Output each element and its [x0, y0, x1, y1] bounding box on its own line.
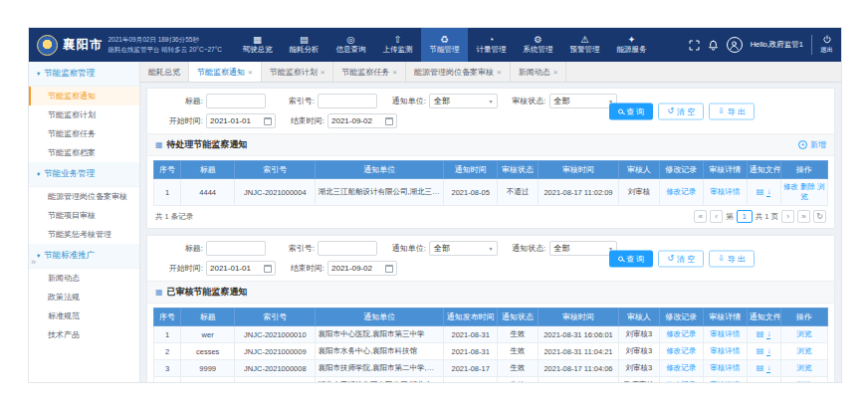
- tab[interactable]: 节能监察任务 ×: [333, 62, 406, 82]
- column-header[interactable]: 操作: [780, 308, 827, 326]
- tab[interactable]: 能源管理岗位备案审核 ×: [406, 62, 511, 82]
- close-icon[interactable]: ×: [497, 68, 502, 77]
- review-detail-link[interactable]: 审核详情: [710, 363, 740, 372]
- column-header[interactable]: 审核详情: [703, 308, 747, 326]
- sidebar-section-inspection[interactable]: ▾ 节能监察管理: [29, 62, 139, 87]
- column-header[interactable]: 审核状态: [498, 161, 539, 179]
- column-header[interactable]: 通知单位: [316, 308, 444, 326]
- export-button[interactable]: ⇩ 导 出: [709, 102, 755, 119]
- column-header[interactable]: 通知文件: [747, 308, 780, 326]
- column-header[interactable]: 索引号: [235, 161, 316, 179]
- unit-select[interactable]: 全部 ▾: [429, 94, 498, 108]
- current-page[interactable]: 1: [737, 210, 753, 223]
- clear-button[interactable]: ↺ 清 空: [658, 102, 704, 119]
- clear-button[interactable]: ↺ 清 空: [658, 250, 704, 267]
- close-icon[interactable]: ×: [553, 68, 558, 77]
- notice-file-icon[interactable]: ▤: [757, 188, 764, 196]
- tab[interactable]: 节能监察通知 ×: [189, 62, 262, 82]
- column-header[interactable]: 审核详情: [703, 161, 747, 179]
- download-icon[interactable]: ↓: [766, 347, 770, 356]
- tab[interactable]: 能耗总览 ×: [140, 62, 189, 82]
- download-icon[interactable]: ↓: [766, 330, 770, 339]
- notice-file-icon[interactable]: ▤: [757, 364, 764, 372]
- last-page-button[interactable]: »: [797, 210, 810, 223]
- first-page-button[interactable]: «: [694, 210, 707, 223]
- sidebar-item[interactable]: 技术产品: [29, 325, 139, 344]
- column-header[interactable]: 修改记录: [659, 161, 703, 179]
- column-header[interactable]: 标题: [181, 308, 235, 326]
- next-page-button[interactable]: ›: [781, 210, 794, 223]
- review-detail-link[interactable]: 审核详情: [710, 346, 740, 355]
- review-detail-link[interactable]: 审核详情: [710, 380, 740, 382]
- column-header[interactable]: 审核时间: [538, 308, 618, 326]
- download-icon[interactable]: ↓: [766, 364, 770, 373]
- avatar[interactable]: [727, 37, 743, 53]
- close-icon[interactable]: ×: [392, 68, 397, 77]
- column-header[interactable]: 操作: [780, 161, 827, 179]
- sidebar-item[interactable]: 新闻动态: [29, 269, 139, 288]
- delete-link[interactable]: 删除: [800, 182, 815, 191]
- column-header[interactable]: 通知状态: [498, 308, 539, 326]
- column-header[interactable]: 序号: [154, 308, 181, 326]
- end-date-input[interactable]: 2021-09-02: [327, 113, 397, 128]
- nav-item[interactable]: ▤ 能耗分析: [281, 28, 327, 62]
- column-header[interactable]: 标题: [181, 161, 235, 179]
- column-header[interactable]: 通知发布时间: [444, 308, 498, 326]
- nav-item[interactable]: ◔ 计量管理: [468, 28, 515, 62]
- review-detail-link[interactable]: 审核详情: [710, 329, 740, 338]
- sidebar-collapse-handle[interactable]: »: [31, 257, 36, 267]
- column-header[interactable]: 通知单位: [316, 161, 444, 179]
- modify-record-link[interactable]: 修改记录: [666, 363, 696, 372]
- notice-file-icon[interactable]: ▤: [757, 347, 764, 355]
- title-input[interactable]: [206, 94, 266, 108]
- nav-item[interactable]: ⚠ 预警管理: [561, 28, 608, 62]
- sidebar-section-standards[interactable]: ▾ 节能标准推广: [29, 244, 139, 269]
- notice-status-select[interactable]: 全部 ▾: [549, 241, 618, 256]
- notice-file-icon[interactable]: ▤: [757, 330, 764, 338]
- download-icon[interactable]: ↓: [766, 381, 770, 383]
- nav-item[interactable]: ◎ 信息查询: [327, 28, 374, 62]
- column-header[interactable]: 审核时间: [538, 161, 618, 179]
- column-header[interactable]: 通知文件: [747, 161, 780, 179]
- end-date-input[interactable]: 2021-09-02: [327, 261, 397, 276]
- sidebar-item[interactable]: 节能监察任务: [29, 124, 139, 143]
- column-header[interactable]: 审核人: [619, 308, 660, 326]
- sidebar-item[interactable]: 节能监察档案: [29, 143, 139, 162]
- tab[interactable]: 新闻动态 ×: [511, 62, 567, 82]
- status-select[interactable]: 全部 ▾: [549, 94, 618, 108]
- modify-record-link[interactable]: 修改记录: [666, 380, 696, 382]
- tab[interactable]: 节能监察计划 ×: [262, 62, 334, 82]
- column-header[interactable]: 审核人: [619, 161, 660, 179]
- index-no-input[interactable]: [318, 94, 377, 108]
- start-date-input[interactable]: 2021-01-01: [206, 261, 276, 276]
- sidebar-item[interactable]: 节能监察通知: [29, 87, 139, 105]
- sidebar-item[interactable]: 能源管理岗位备案审核: [29, 187, 139, 206]
- modify-record-link[interactable]: 修改记录: [666, 187, 696, 196]
- column-header[interactable]: 修改记录: [659, 308, 703, 326]
- view-link[interactable]: 浏览: [796, 380, 811, 382]
- sidebar-section-business[interactable]: ▾ 节能业务管理: [29, 162, 139, 187]
- sidebar-item[interactable]: 节能监察计划: [29, 105, 139, 124]
- view-link[interactable]: 浏览: [796, 363, 811, 372]
- prev-page-button[interactable]: ‹: [710, 210, 723, 223]
- download-icon[interactable]: ↓: [766, 188, 770, 197]
- column-header[interactable]: 序号: [154, 161, 181, 179]
- export-button[interactable]: ⇩ 导 出: [709, 250, 755, 267]
- nav-item[interactable]: ▦ 驾驶总览: [234, 28, 281, 62]
- unit-select[interactable]: 全部 ▾: [429, 241, 498, 256]
- edit-link[interactable]: 修改: [783, 182, 798, 191]
- modify-record-link[interactable]: 修改记录: [666, 346, 696, 355]
- modify-record-link[interactable]: 修改记录: [666, 329, 696, 338]
- nav-item[interactable]: ✦ 能源服务: [608, 28, 655, 62]
- close-icon[interactable]: ×: [321, 68, 326, 77]
- nav-item[interactable]: ⇧ 上传监测: [374, 28, 421, 62]
- column-header[interactable]: 索引号: [235, 308, 316, 326]
- search-button[interactable]: 查 询: [609, 102, 653, 119]
- sidebar-item[interactable]: 节能项目审核: [29, 206, 139, 225]
- notice-file-icon[interactable]: ▤: [757, 381, 764, 382]
- column-header[interactable]: 通知时间: [444, 161, 498, 179]
- add-button[interactable]: + 新增: [798, 139, 826, 150]
- bell-icon[interactable]: [708, 40, 719, 51]
- review-detail-link[interactable]: 审核详情: [710, 187, 740, 196]
- sidebar-item[interactable]: 政策法规: [29, 288, 139, 307]
